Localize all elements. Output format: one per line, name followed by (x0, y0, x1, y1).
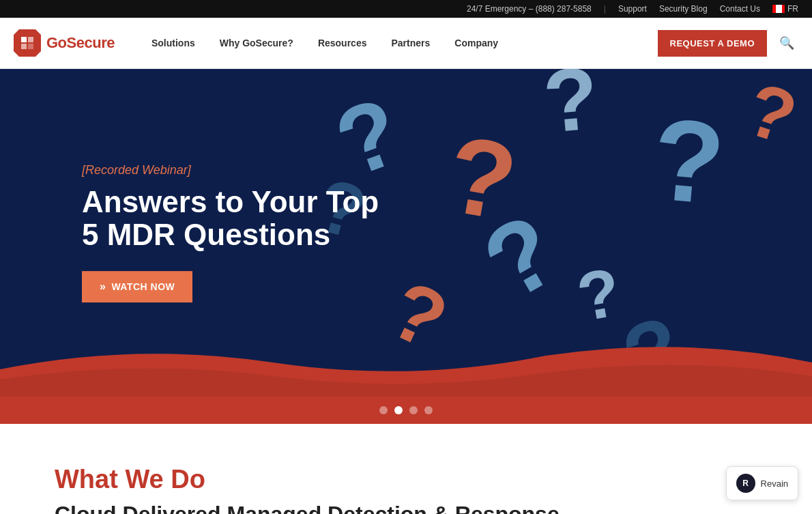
qmark-8: ? (648, 100, 728, 222)
logo[interactable]: GoSecure (14, 29, 115, 57)
svg-rect-1 (28, 37, 33, 42)
language-flag[interactable]: FR (772, 4, 798, 14)
canada-flag-icon (772, 5, 785, 13)
nav-partners[interactable]: Partners (381, 31, 439, 55)
slide-dot-4[interactable] (424, 406, 433, 414)
support-link[interactable]: Support (618, 4, 647, 14)
logo-go: Go (46, 34, 67, 51)
svg-rect-3 (28, 44, 33, 49)
search-button[interactable]: 🔍 (775, 31, 798, 55)
emergency-text: 24/7 Emergency – (888) 287-5858 (467, 4, 592, 14)
logo-secure: Secure (67, 34, 115, 51)
hero-wave (0, 342, 812, 397)
logo-text: GoSecure (46, 34, 115, 52)
section-title: What We Do (55, 465, 757, 494)
logo-icon (14, 29, 41, 57)
slider-dots (0, 397, 812, 424)
lang-fr-link[interactable]: FR (787, 4, 798, 14)
nav-right: REQUEST A DEMO 🔍 (658, 30, 799, 57)
revain-widget[interactable]: R Revain (726, 466, 798, 500)
hero-content: [Recorded Webinar] Answers to Your Top 5… (82, 163, 396, 302)
slide-dot-3[interactable] (409, 406, 418, 414)
watch-now-button[interactable]: WATCH NOW (82, 271, 192, 302)
revain-logo-icon: R (736, 474, 755, 493)
what-we-do-section: What We Do Cloud Delivered Managed Detec… (0, 424, 812, 514)
slide-dot-2[interactable] (394, 406, 403, 414)
request-demo-button[interactable]: REQUEST A DEMO (658, 30, 768, 57)
nav-company[interactable]: Company (445, 31, 508, 55)
nav-links: Solutions Why GoSecure? Resources Partne… (142, 31, 658, 55)
slide-dot-1[interactable] (379, 406, 388, 414)
section-subtitle: Cloud Delivered Managed Detection & Resp… (55, 501, 757, 514)
hero-tag: [Recorded Webinar] (82, 163, 396, 177)
qmark-3: ? (540, 69, 601, 146)
qmark-10: ? (738, 70, 804, 156)
qmark-5: ? (467, 197, 572, 317)
svg-rect-0 (21, 37, 27, 42)
security-blog-link[interactable]: Security Blog (659, 4, 708, 14)
logo-svg (20, 35, 35, 51)
hero-section: ? ? ? ? ? ? ? ? ? ? [Recorded Webinar] A… (0, 69, 812, 397)
contact-us-link[interactable]: Contact Us (720, 4, 760, 14)
svg-rect-2 (21, 44, 27, 49)
nav-why-gosecure[interactable]: Why GoSecure? (210, 31, 303, 55)
nav-solutions[interactable]: Solutions (142, 31, 205, 55)
hero-title: Answers to Your Top 5 MDR Questions (82, 186, 396, 252)
main-nav: GoSecure Solutions Why GoSecure? Resourc… (0, 18, 812, 69)
search-icon: 🔍 (779, 36, 794, 50)
top-bar: 24/7 Emergency – (888) 287-5858 | Suppor… (0, 0, 812, 18)
revain-label: Revain (761, 479, 788, 489)
nav-resources[interactable]: Resources (308, 31, 377, 55)
